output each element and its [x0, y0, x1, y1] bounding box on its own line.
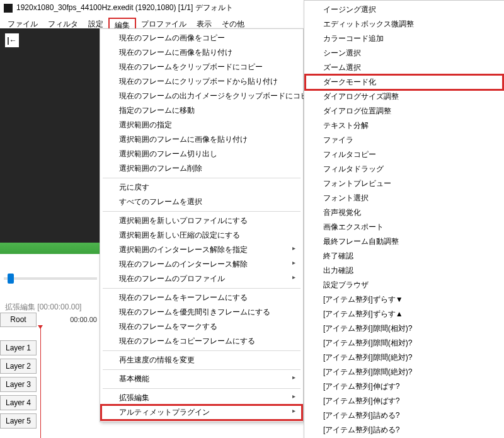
menu-item[interactable]: 現在のフレームを優先間引きフレームにする — [101, 305, 302, 320]
menu-item[interactable]: [アイテム整列]詰める? — [306, 408, 503, 423]
menu-item[interactable]: フィルタコピー — [306, 147, 503, 162]
menu-item[interactable]: ズーム選択 — [306, 61, 503, 75]
menu-item[interactable]: すべてのフレームを選択 — [101, 195, 302, 209]
menu-item[interactable]: フォント選択 — [306, 191, 503, 205]
menu-item[interactable]: 基本機能 — [101, 372, 302, 386]
menu-item[interactable]: 指定のフレームに移動 — [101, 103, 302, 118]
menu-item[interactable]: 現在のフレームのプロファイル — [101, 272, 302, 286]
plugin-submenu: イージング選択エディットボックス微調整カラーコード追加シーン選択ズーム選択ダーク… — [304, 0, 504, 438]
menu-separator — [103, 388, 301, 389]
menu-item[interactable]: エディットボックス微調整 — [306, 17, 503, 32]
menu-separator — [103, 178, 301, 178]
menu-item[interactable]: 最終フレーム自動調整 — [306, 234, 503, 249]
seek-thumb[interactable] — [8, 274, 14, 284]
menu-item[interactable]: [アイテム整列]ずらす▼ — [306, 292, 503, 307]
menu-item[interactable]: 現在のフレームをコピーフレームにする — [101, 334, 302, 349]
root-time: 00:00.00 — [37, 313, 101, 327]
edit-dropdown: 現在のフレームの画像をコピー現在のフレームに画像を貼り付け現在のフレームをクリッ… — [100, 28, 304, 422]
menu-item[interactable]: カラーコード追加 — [306, 32, 503, 46]
menu-item[interactable]: シーン選択 — [306, 46, 503, 61]
menu-item[interactable]: [アイテム整列]詰める? — [306, 423, 503, 437]
app-icon — [4, 4, 13, 13]
menu-item[interactable]: 現在のフレームに画像を貼り付け — [101, 45, 302, 60]
menu-item[interactable]: [アイテム整列]伸ばす? — [306, 394, 503, 408]
menu-item[interactable]: 現在のフレームにクリップボードから貼り付け — [101, 74, 302, 89]
menu-item[interactable]: 元に戻す — [101, 180, 302, 195]
seek-slider[interactable] — [0, 271, 101, 281]
menu-item[interactable]: 現在のフレームをマークする — [101, 320, 302, 334]
menu-separator — [103, 211, 301, 212]
menu-item[interactable]: 選択範囲の指定 — [101, 118, 302, 132]
menu-item[interactable]: 出力確認 — [306, 263, 503, 278]
menu-item[interactable]: 選択範囲のインターレース解除を指定 — [101, 243, 302, 257]
menu-item[interactable]: ダークモード化 — [306, 75, 503, 89]
menu-separator — [103, 350, 301, 351]
menu-item[interactable]: 選択範囲を新しいプロファイルにする — [101, 214, 302, 228]
menu-item[interactable]: 選択範囲のフレーム切り出し — [101, 147, 302, 161]
menu-item[interactable]: 再生速度の情報を変更 — [101, 353, 302, 367]
menu-item[interactable]: [アイテム整列]隙間(絶対)? — [306, 350, 503, 365]
menu-item[interactable]: ダイアログサイズ調整 — [306, 89, 503, 104]
layer-button[interactable]: Layer 3 — [0, 377, 37, 392]
menu-item[interactable]: 選択範囲のフレーム削除 — [101, 161, 302, 176]
root-row: Root 00:00.00 — [0, 313, 101, 327]
menu-item[interactable]: イージング選択 — [306, 3, 503, 17]
rewind-icon[interactable]: |← — [5, 33, 19, 47]
menu-item[interactable]: 現在のフレームのインターレース解除 — [101, 257, 302, 272]
menu-separator — [103, 288, 301, 289]
menu-item[interactable]: [アイテム整列]隙間(相対)? — [306, 336, 503, 350]
menu-item[interactable]: 音声視覚化 — [306, 205, 503, 220]
menu-item[interactable]: 選択範囲を新しい圧縮の設定にする — [101, 228, 302, 243]
menu-item[interactable]: 現在のフレームをクリップボードにコピー — [101, 60, 302, 74]
window-title: 1920x1080_30fps_44100Hz.exedit (1920,108… — [16, 3, 233, 13]
playhead-marker[interactable] — [40, 328, 41, 438]
menu-item[interactable]: [アイテム整列]伸ばす? — [306, 379, 503, 394]
menu-item[interactable]: [アイテム整列]隙間(相対)? — [306, 321, 503, 336]
menu-item[interactable]: 拡張編集 — [101, 391, 302, 405]
audio-bar — [0, 243, 101, 254]
preview-area: |← — [0, 28, 101, 243]
layer-button[interactable]: Layer 5 — [0, 413, 37, 429]
layers-panel: Layer 1Layer 2Layer 3Layer 4Layer 5 — [0, 340, 38, 432]
menu-item[interactable]: アルティメットプラグイン — [101, 405, 302, 420]
menu-item[interactable]: [アイテム整列]隙間(絶対)? — [306, 365, 503, 379]
menu-item[interactable]: 現在のフレームをキーフレームにする — [101, 291, 302, 305]
menu-item[interactable]: 設定ブラウザ — [306, 278, 503, 292]
menu-item[interactable]: 現在のフレームの画像をコピー — [101, 31, 302, 45]
menu-item[interactable]: 現在のフレームの出力イメージをクリップボードにコピー — [101, 89, 302, 103]
menu-item[interactable]: テキスト分解 — [306, 118, 503, 133]
root-button[interactable]: Root — [0, 313, 37, 327]
menu-item[interactable]: 選択範囲のフレームに画像を貼り付け — [101, 132, 302, 147]
layer-button[interactable]: Layer 1 — [0, 340, 37, 355]
layer-button[interactable]: Layer 2 — [0, 359, 37, 374]
menu-item[interactable]: フィルタドラッグ — [306, 162, 503, 176]
menu-item[interactable]: 終了確認 — [306, 249, 503, 263]
layer-button[interactable]: Layer 4 — [0, 395, 37, 410]
menu-item[interactable]: 画像エクスポート — [306, 220, 503, 234]
menu-separator — [103, 369, 301, 370]
menu-item[interactable]: ダイアログ位置調整 — [306, 104, 503, 118]
menu-item[interactable]: ファイラ — [306, 133, 503, 147]
menu-item[interactable]: フォントプレビュー — [306, 176, 503, 191]
menu-item[interactable]: [アイテム整列]ずらす▲ — [306, 307, 503, 321]
